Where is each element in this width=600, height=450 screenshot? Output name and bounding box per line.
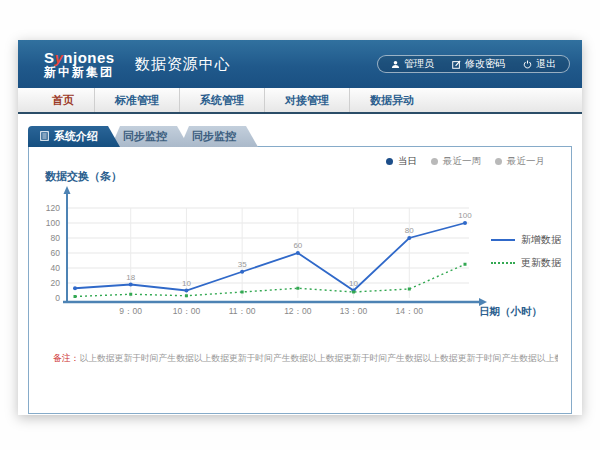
nav-item-home[interactable]: 首页 <box>32 88 94 112</box>
time-range-filter: 当日 最近一周 最近一月 <box>386 155 545 168</box>
radio-last-week[interactable]: 最近一周 <box>431 155 481 168</box>
radio-last-month-label: 最近一月 <box>507 155 545 168</box>
y-axis-title: 数据交换（条） <box>45 169 122 184</box>
user-toolbar: 管理员 修改密码 退出 <box>377 55 570 73</box>
svg-text:80: 80 <box>51 233 61 243</box>
nav-item-system-mgmt[interactable]: 系统管理 <box>179 88 264 112</box>
radio-dot-icon <box>386 158 393 165</box>
chart-panel: 当日 最近一周 最近一月 数据交换（条） 0204060801001209：00… <box>28 146 572 414</box>
main-nav: 首页 标准管理 系统管理 对接管理 数据异动 <box>18 88 582 114</box>
svg-text:12：00: 12：00 <box>284 306 312 316</box>
svg-text:100: 100 <box>458 211 472 220</box>
svg-text:80: 80 <box>405 226 414 235</box>
legend-new-data-label: 新增数据 <box>521 233 561 247</box>
app-window: Synjones 新中新集团 数据资源中心 管理员 修改密码 退出 <box>18 40 582 415</box>
logo-text-en: Synjones <box>44 50 115 66</box>
tab-sync-monitor-1[interactable]: 同步监控 <box>111 126 189 147</box>
svg-text:13：00: 13：00 <box>340 306 368 316</box>
tab-sync-monitor-2-label: 同步监控 <box>192 129 236 144</box>
nav-item-data-change[interactable]: 数据异动 <box>349 88 434 112</box>
svg-text:14：00: 14：00 <box>396 306 424 316</box>
tab-system-intro-label: 系统介绍 <box>54 129 98 144</box>
svg-text:10: 10 <box>182 279 191 288</box>
svg-text:35: 35 <box>238 260 247 269</box>
svg-text:10: 10 <box>349 279 358 288</box>
change-password-label: 修改密码 <box>465 57 505 71</box>
radio-dot-icon <box>495 158 502 165</box>
svg-text:11：00: 11：00 <box>229 306 256 316</box>
legend-new-data[interactable]: 新增数据 <box>491 233 561 247</box>
svg-text:20: 20 <box>51 278 61 288</box>
svg-text:60: 60 <box>51 248 61 258</box>
svg-text:120: 120 <box>46 203 60 213</box>
admin-user-label: 管理员 <box>404 57 434 71</box>
tab-sync-monitor-1-label: 同步监控 <box>123 129 167 144</box>
logout-label: 退出 <box>536 57 556 71</box>
power-icon <box>523 60 532 69</box>
app-header: Synjones 新中新集团 数据资源中心 管理员 修改密码 退出 <box>18 40 582 88</box>
radio-last-week-label: 最近一周 <box>443 155 481 168</box>
svg-text:0: 0 <box>55 293 60 303</box>
user-icon <box>391 60 400 69</box>
edit-icon <box>452 60 461 69</box>
radio-today-label: 当日 <box>398 155 417 168</box>
footnote-text: 以上数据更新于时间产生数据以上数据更新于时间产生数据以上数据更新于时间产生数据以… <box>79 353 558 363</box>
svg-text:40: 40 <box>51 263 61 273</box>
svg-text:18: 18 <box>126 273 135 282</box>
radio-last-month[interactable]: 最近一月 <box>495 155 545 168</box>
solid-line-swatch-icon <box>491 239 515 241</box>
admin-user-button[interactable]: 管理员 <box>382 57 443 71</box>
radio-today[interactable]: 当日 <box>386 155 417 168</box>
content-tabs: 系统介绍 同步监控 同步监控 <box>28 126 258 147</box>
svg-text:10：00: 10：00 <box>173 306 201 316</box>
company-logo: Synjones 新中新集团 <box>44 50 115 78</box>
legend-update-data[interactable]: 更新数据 <box>491 256 561 270</box>
tab-system-intro[interactable]: 系统介绍 <box>28 126 120 147</box>
footnote: 备注：以上数据更新于时间产生数据以上数据更新于时间产生数据以上数据更新于时间产生… <box>53 353 558 365</box>
svg-text:日期（小时）: 日期（小时） <box>479 305 542 318</box>
tab-sync-monitor-2[interactable]: 同步监控 <box>180 126 258 147</box>
chart-legend: 新增数据 更新数据 <box>491 233 561 279</box>
document-icon <box>40 131 49 143</box>
legend-update-data-label: 更新数据 <box>521 256 561 270</box>
logout-button[interactable]: 退出 <box>514 57 565 71</box>
svg-text:9：00: 9：00 <box>119 306 142 316</box>
logo-text-cn: 新中新集团 <box>44 66 115 79</box>
svg-text:60: 60 <box>293 241 302 250</box>
radio-dot-icon <box>431 158 438 165</box>
page-title: 数据资源中心 <box>135 55 231 74</box>
svg-text:100: 100 <box>46 218 60 228</box>
line-chart: 0204060801001209：0010：0011：0012：0013：001… <box>29 183 569 331</box>
nav-item-interface-mgmt[interactable]: 对接管理 <box>264 88 349 112</box>
dotted-line-swatch-icon <box>491 262 515 264</box>
footnote-prefix: 备注： <box>53 353 79 363</box>
nav-item-standard-mgmt[interactable]: 标准管理 <box>94 88 179 112</box>
change-password-button[interactable]: 修改密码 <box>443 57 514 71</box>
